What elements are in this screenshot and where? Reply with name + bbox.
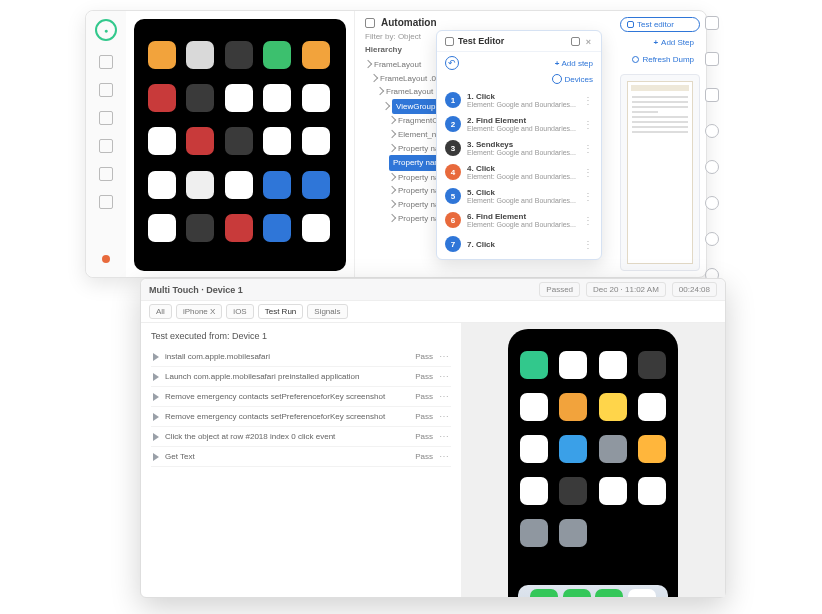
play-icon[interactable] xyxy=(153,373,159,381)
app-icon[interactable] xyxy=(186,41,214,69)
step-row[interactable]: 44. ClickElement: Google and Boundaries.… xyxy=(441,160,597,184)
app-icon[interactable] xyxy=(302,171,330,199)
dock-app-icon[interactable] xyxy=(595,589,623,597)
tab-ios[interactable]: iOS xyxy=(226,304,253,319)
play-icon[interactable] xyxy=(153,453,159,461)
app-icon[interactable] xyxy=(186,214,214,242)
dock-app-icon[interactable] xyxy=(628,589,656,597)
tool-icon[interactable] xyxy=(705,52,719,66)
more-icon[interactable]: ⋯ xyxy=(439,451,449,462)
app-icon[interactable] xyxy=(225,214,253,242)
ios-app-icon[interactable] xyxy=(559,351,587,379)
dock-app-icon[interactable] xyxy=(530,589,558,597)
ios-app-icon[interactable] xyxy=(599,393,627,421)
close-icon[interactable]: × xyxy=(584,37,593,46)
app-icon[interactable] xyxy=(263,84,291,112)
test-step-row[interactable]: Launch com.apple.mobilesafari preinstall… xyxy=(151,367,451,387)
test-editor-button[interactable]: Test editor xyxy=(620,17,700,32)
kebab-icon[interactable]: ⋮ xyxy=(583,119,593,130)
ios-app-icon[interactable] xyxy=(599,351,627,379)
ios-app-icon[interactable] xyxy=(520,393,548,421)
undo-icon[interactable]: ↶ xyxy=(445,56,459,70)
tab-all[interactable]: All xyxy=(149,304,172,319)
tool-icon[interactable] xyxy=(705,88,719,102)
step-row[interactable]: 11. ClickElement: Google and Boundaries.… xyxy=(441,88,597,112)
rail-icon[interactable] xyxy=(99,195,113,209)
step-row[interactable]: 66. Find ElementElement: Google and Boun… xyxy=(441,208,597,232)
test-step-row[interactable]: Click the object at row #2018 index 0 cl… xyxy=(151,427,451,447)
app-icon[interactable] xyxy=(302,127,330,155)
app-icon[interactable] xyxy=(148,127,176,155)
kebab-icon[interactable]: ⋮ xyxy=(583,191,593,202)
ios-app-icon[interactable] xyxy=(638,393,666,421)
play-icon[interactable] xyxy=(153,433,159,441)
app-icon[interactable] xyxy=(148,84,176,112)
test-step-row[interactable]: install com.apple.mobilesafariPass⋯ xyxy=(151,347,451,367)
add-step-link[interactable]: Add step xyxy=(555,59,593,68)
tab-signals[interactable]: Signals xyxy=(307,304,347,319)
step-row[interactable]: 33. SendkeysElement: Google and Boundari… xyxy=(441,136,597,160)
tab-iphone-x[interactable]: iPhone X xyxy=(176,304,222,319)
app-icon[interactable] xyxy=(186,171,214,199)
devices-link[interactable]: Devices xyxy=(552,74,593,84)
tool-icon[interactable] xyxy=(705,196,719,210)
tab-test-run[interactable]: Test Run xyxy=(258,304,304,319)
app-icon[interactable] xyxy=(225,84,253,112)
app-icon[interactable] xyxy=(263,214,291,242)
add-step-button[interactable]: +Add Step xyxy=(620,36,700,49)
app-icon[interactable] xyxy=(186,127,214,155)
ios-app-icon[interactable] xyxy=(559,477,587,505)
play-icon[interactable] xyxy=(153,393,159,401)
step-row[interactable]: 77. Click⋮ xyxy=(441,232,597,256)
test-step-row[interactable]: Remove emergency contacts setPreferencef… xyxy=(151,387,451,407)
play-icon[interactable] xyxy=(153,413,159,421)
more-icon[interactable]: ⋯ xyxy=(439,391,449,402)
kebab-icon[interactable]: ⋮ xyxy=(583,215,593,226)
tool-icon[interactable] xyxy=(705,160,719,174)
kebab-icon[interactable]: ⋮ xyxy=(583,167,593,178)
more-icon[interactable]: ⋯ xyxy=(439,431,449,442)
ios-app-icon[interactable] xyxy=(559,393,587,421)
ios-app-icon[interactable] xyxy=(599,477,627,505)
kebab-icon[interactable]: ⋮ xyxy=(583,143,593,154)
more-icon[interactable]: ⋯ xyxy=(439,351,449,362)
ios-app-icon[interactable] xyxy=(520,351,548,379)
record-icon[interactable] xyxy=(102,255,110,263)
more-icon[interactable]: ⋯ xyxy=(439,411,449,422)
step-row[interactable]: 55. ClickElement: Google and Boundaries.… xyxy=(441,184,597,208)
app-icon[interactable] xyxy=(225,171,253,199)
dump-thumbnail[interactable] xyxy=(620,74,700,271)
rail-icon[interactable] xyxy=(99,83,113,97)
rail-icon[interactable] xyxy=(99,55,113,69)
ios-app-icon[interactable] xyxy=(559,519,587,547)
rail-icon[interactable] xyxy=(99,139,113,153)
app-icon[interactable] xyxy=(148,214,176,242)
app-icon[interactable] xyxy=(148,171,176,199)
ios-app-icon[interactable] xyxy=(638,477,666,505)
app-icon[interactable] xyxy=(263,127,291,155)
step-row[interactable]: 22. Find ElementElement: Google and Boun… xyxy=(441,112,597,136)
kebab-icon[interactable]: ⋮ xyxy=(583,95,593,106)
refresh-dump-button[interactable]: Refresh Dump xyxy=(620,53,700,66)
ios-app-icon[interactable] xyxy=(559,435,587,463)
app-icon[interactable] xyxy=(302,41,330,69)
app-icon[interactable] xyxy=(302,84,330,112)
app-icon[interactable] xyxy=(148,41,176,69)
app-icon[interactable] xyxy=(263,171,291,199)
dock-app-icon[interactable] xyxy=(563,589,591,597)
ios-app-icon[interactable] xyxy=(520,435,548,463)
tool-icon[interactable] xyxy=(705,16,719,30)
app-icon[interactable] xyxy=(225,41,253,69)
app-icon[interactable] xyxy=(263,41,291,69)
ios-app-icon[interactable] xyxy=(638,351,666,379)
ios-app-icon[interactable] xyxy=(520,519,548,547)
kebab-icon[interactable]: ⋮ xyxy=(583,239,593,250)
play-icon[interactable] xyxy=(153,353,159,361)
brand-logo[interactable]: ● xyxy=(95,19,117,41)
more-icon[interactable]: ⋯ xyxy=(439,371,449,382)
rail-icon[interactable] xyxy=(99,111,113,125)
test-step-row[interactable]: Get TextPass⋯ xyxy=(151,447,451,467)
ios-app-icon[interactable] xyxy=(599,435,627,463)
app-icon[interactable] xyxy=(225,127,253,155)
app-icon[interactable] xyxy=(186,84,214,112)
